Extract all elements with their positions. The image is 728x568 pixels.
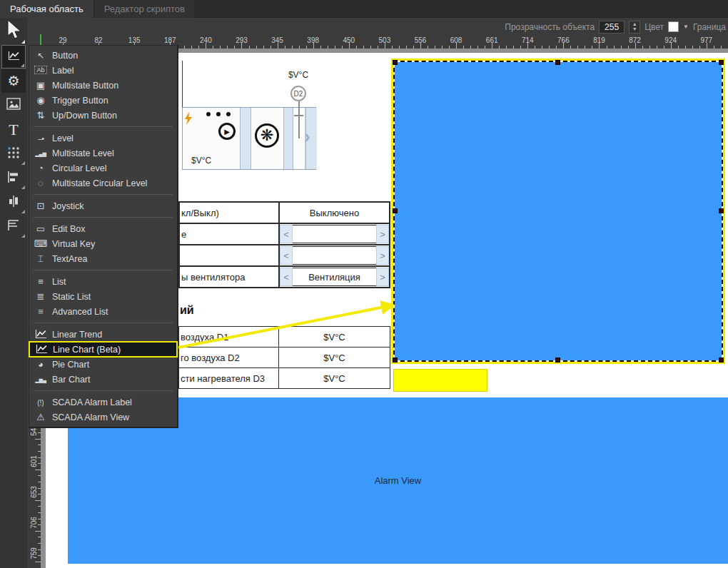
menu-item-level[interactable]: Level [29, 131, 177, 146]
sensor-probe-tick [294, 115, 303, 116]
ahu-unit-graphic[interactable]: ▶ $V°C ❋ › [182, 107, 316, 170]
menu-item-label: Multistate Button [49, 81, 118, 91]
chevron-right-icon[interactable]: > [376, 268, 389, 286]
dots-grid-tool[interactable] [1, 142, 26, 166]
menu-item-scada-alarm-view[interactable]: SCADA Alarm View [29, 410, 177, 425]
menu-item-label: Bar Chart [49, 375, 91, 385]
v-ruler-tick [38, 488, 41, 489]
text-tool[interactable]: T [1, 118, 26, 141]
table-row: кл/Выкл)Выключено [179, 202, 390, 223]
trend-tool[interactable] [1, 45, 26, 69]
list-icon [32, 277, 49, 286]
h-ruler-tick [385, 43, 385, 49]
menu-item-button[interactable]: Button [29, 48, 177, 63]
menu-item-linear-trend[interactable]: Linear Trend [29, 327, 177, 342]
table-row: е<> [179, 223, 390, 245]
static-list-icon [32, 292, 49, 301]
image-icon [6, 98, 21, 113]
scada-alarm-view-icon [32, 412, 49, 422]
flyout-triangle-icon [21, 186, 25, 189]
sensor-value-label[interactable]: $V°C [282, 70, 315, 80]
updown-button-icon [32, 111, 49, 120]
chevron-right-icon[interactable]: > [376, 225, 389, 243]
yellow-rectangle-shape[interactable] [393, 369, 487, 392]
menu-item-trigger-button[interactable]: Trigger Button [29, 93, 177, 108]
menu-item-up-down-button[interactable]: Up/Down Button [29, 108, 177, 123]
h-ruler-tick [635, 43, 636, 49]
menu-item-multistate-level[interactable]: Multistate Level [29, 146, 177, 161]
resize-handle[interactable] [555, 60, 560, 65]
v-ruler-tick [38, 494, 41, 495]
menu-item-edit-box[interactable]: Edit Box [29, 221, 177, 236]
widget-menu: ButtonLabelMultistate ButtonTrigger Butt… [29, 45, 178, 428]
resize-handle[interactable] [719, 357, 724, 362]
mode-value-cell: <Вентиляция> [279, 266, 390, 288]
menu-item-joystick[interactable]: Joystick [29, 198, 177, 213]
duct-divider [240, 108, 251, 169]
sensor-d2-badge[interactable]: D2 [290, 86, 306, 101]
menu-item-circular-level[interactable]: Circular Level [29, 161, 177, 176]
chevron-left-icon[interactable]: < [280, 246, 293, 265]
menu-item-scada-alarm-label[interactable]: SCADA Alarm Label [29, 395, 177, 410]
chevron-left-icon[interactable]: < [280, 225, 293, 243]
gear-tool[interactable]: ⚙ [1, 69, 26, 93]
v-ruler-tick [38, 475, 41, 476]
align-lines-tool[interactable] [1, 215, 26, 238]
transparency-stepper[interactable]: ▲ ▼ [629, 21, 640, 34]
image-tool[interactable] [1, 93, 26, 117]
table-row: <> [179, 245, 390, 266]
resize-handle[interactable] [393, 60, 398, 65]
h-ruler-tick [671, 43, 672, 49]
resize-handle[interactable] [393, 357, 398, 362]
align-left-icon [6, 170, 21, 187]
align-left-tool[interactable] [1, 166, 26, 190]
play-button-icon[interactable]: ▶ [218, 123, 236, 140]
transparency-input[interactable]: 255 [599, 21, 625, 34]
v-ruler-tick [38, 512, 41, 513]
menu-item-multistate-circular-level[interactable]: Multistate Circular Level [29, 176, 177, 191]
menu-item-label: Multistate Level [49, 148, 114, 158]
table-row: воздуха D1$V°C [179, 327, 390, 348]
textarea-icon [32, 254, 49, 263]
menu-item-static-list[interactable]: Static List [29, 289, 177, 304]
tab-рабочая-область[interactable]: Рабочая область [0, 0, 94, 18]
menu-item-line-chart-beta[interactable]: Line Chart (Beta) [29, 342, 177, 357]
menu-item-label: Joystick [49, 201, 84, 211]
chevron-left-icon[interactable]: < [280, 268, 293, 286]
v-ruler-tick [38, 482, 41, 482]
resize-handle[interactable] [555, 357, 560, 362]
spinner-down-icon[interactable]: ▼ [632, 27, 637, 32]
resize-handle[interactable] [719, 208, 724, 213]
menu-item-label[interactable]: Label [29, 63, 177, 78]
menu-item-label: Label [49, 66, 74, 76]
menu-item-textarea[interactable]: TextArea [29, 251, 177, 266]
h-ruler-tick [563, 43, 564, 49]
menu-item-virtual-key[interactable]: Virtual Key [29, 236, 177, 251]
resize-handle[interactable] [719, 60, 724, 65]
resize-handle[interactable] [393, 208, 398, 213]
fan-icon: ❋ [255, 123, 279, 148]
menu-item-advanced-list[interactable]: Advanced List [29, 304, 177, 319]
v-ruler-tick [38, 555, 41, 556]
flyout-triangle-icon [21, 161, 25, 165]
menu-item-multistate-button[interactable]: Multistate Button [29, 78, 177, 93]
sensor-probe-line [298, 101, 300, 138]
chevron-right-icon[interactable]: > [376, 246, 389, 265]
linear-trend-icon [32, 329, 49, 340]
menu-item-list[interactable]: List [29, 274, 177, 289]
selected-line-chart-widget[interactable] [391, 59, 725, 364]
distribute-tool[interactable] [1, 191, 26, 214]
tab-редактор-скриптов[interactable]: Редактор скриптов [94, 0, 196, 18]
menu-separator [34, 126, 173, 127]
h-ruler-tick [527, 43, 528, 49]
select-cursor-tool[interactable] [1, 19, 26, 44]
menu-item-label: SCADA Alarm View [49, 412, 129, 422]
menu-item-label: List [49, 277, 66, 287]
tool-column: ⚙T [0, 18, 27, 568]
color-swatch[interactable] [668, 21, 679, 32]
menu-item-bar-chart[interactable]: Bar Chart [29, 372, 177, 387]
tab-bar: Рабочая областьРедактор скриптов [0, 0, 728, 18]
color-dropdown-icon[interactable]: ▼ [683, 24, 689, 30]
menu-item-pie-chart[interactable]: Pie Chart [29, 357, 177, 372]
menu-separator [34, 217, 173, 218]
